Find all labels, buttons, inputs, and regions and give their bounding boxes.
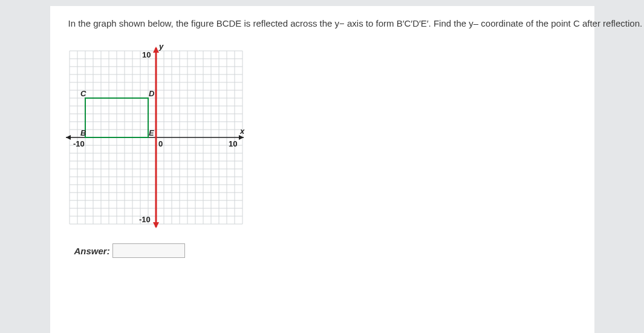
point-label-c: C	[80, 89, 86, 98]
ytick-10: 10	[142, 50, 151, 59]
answer-row: Answer:	[74, 243, 576, 258]
coordinate-graph: -10 0 10 10 -10 y x C D B E	[62, 41, 576, 234]
question-card: In the graph shown below, the figure BCD…	[50, 6, 594, 333]
point-label-d: D	[149, 89, 155, 98]
graph-svg: -10 0 10 10 -10 y x C D B E	[62, 41, 250, 234]
svg-marker-51	[153, 222, 159, 228]
x-axis-label: x	[239, 127, 245, 136]
xtick-0: 0	[158, 139, 163, 148]
answer-input[interactable]	[112, 243, 185, 258]
y-axis-label: y	[158, 42, 164, 51]
point-label-e: E	[149, 128, 154, 137]
svg-marker-47	[239, 135, 244, 140]
xtick-10: 10	[229, 139, 237, 148]
question-text: In the graph shown below, the figure BCD…	[68, 18, 576, 28]
answer-label: Answer:	[74, 246, 110, 256]
xtick-neg10: -10	[73, 139, 85, 148]
svg-marker-50	[153, 47, 159, 53]
ytick-neg10: -10	[139, 215, 151, 224]
svg-marker-48	[66, 135, 71, 140]
point-label-b: B	[80, 128, 86, 137]
